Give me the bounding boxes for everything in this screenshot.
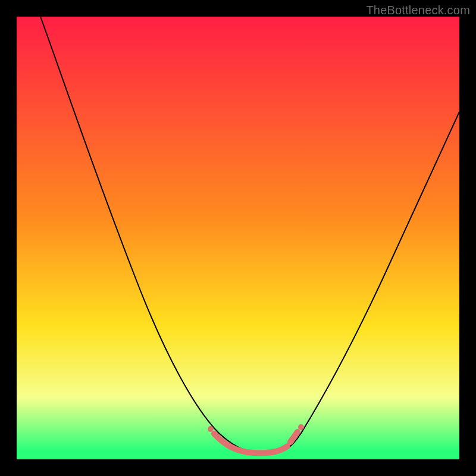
plot-area [17,17,459,459]
curve-layer [17,17,459,459]
highlight-dot-left [208,426,214,432]
highlight-dot-right [298,424,304,430]
bottleneck-curve [40,17,459,454]
watermark-text: TheBottleneck.com [366,4,470,17]
highlight-segment [214,432,298,453]
chart-frame: TheBottleneck.com [0,0,476,476]
